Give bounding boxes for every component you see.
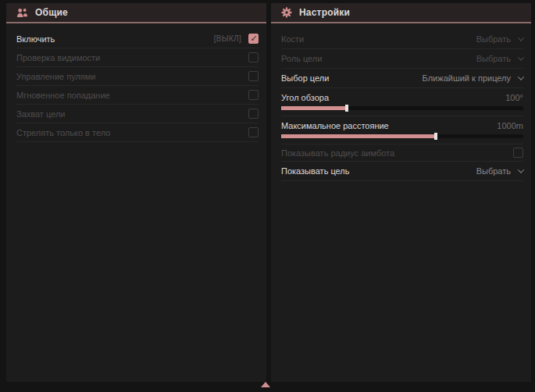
setting-label: Максимальное расстояние <box>281 121 389 130</box>
slider-fill <box>281 106 347 110</box>
setting-row-show-target: Показывать цель Выбрать <box>281 162 523 181</box>
max-distance-value: 1000m <box>497 121 523 130</box>
target-selection-dropdown[interactable]: Ближайший к прицелу <box>423 73 523 83</box>
setting-label: Выбор цели <box>281 73 329 83</box>
bones-dropdown[interactable]: Выбрать <box>476 34 523 44</box>
fov-slider[interactable] <box>281 106 523 110</box>
setting-row-enable[interactable]: Включить [ВЫКЛ] <box>16 30 259 48</box>
triangle-up-icon[interactable] <box>261 382 270 387</box>
settings-panel-header: Настройки <box>271 3 531 23</box>
general-panel-header: Общие <box>6 3 266 23</box>
bullet-control-checkbox[interactable] <box>248 71 259 81</box>
target-lock-checkbox[interactable] <box>248 109 259 119</box>
setting-row-visibility-check[interactable]: Проверка видимости <box>16 48 259 67</box>
gear-icon <box>281 7 292 18</box>
setting-label: Включить <box>16 34 55 44</box>
body-only-checkbox[interactable] <box>248 127 259 137</box>
enable-checkbox[interactable] <box>248 34 259 44</box>
setting-control-group: [ВЫКЛ] <box>214 34 259 44</box>
setting-label: Угол обзора <box>281 93 329 102</box>
show-target-dropdown[interactable]: Выбрать <box>476 166 523 176</box>
setting-row-show-aimbot-radius[interactable]: Показывать радиус аимбота <box>281 144 523 162</box>
setting-row-target-lock[interactable]: Захват цели <box>16 105 259 123</box>
general-rows: Включить [ВЫКЛ] Проверка видимости Управ… <box>6 23 266 142</box>
slider-header: Угол обзора 100° <box>281 91 523 104</box>
target-role-dropdown[interactable]: Выбрать <box>476 54 523 63</box>
visibility-check-checkbox[interactable] <box>248 52 259 62</box>
setting-label: Проверка видимости <box>16 53 100 62</box>
setting-label: Стрелять только в тело <box>16 128 110 137</box>
instant-hit-checkbox[interactable] <box>248 90 259 100</box>
setting-row-instant-hit[interactable]: Мгновенное попадание <box>16 86 259 105</box>
show-aimbot-radius-checkbox[interactable] <box>513 148 523 158</box>
setting-row-target-selection: Выбор цели Ближайший к прицелу <box>281 69 523 88</box>
general-panel: Общие Включить [ВЫКЛ] Проверка видимости… <box>6 3 266 382</box>
setting-label: Захват цели <box>16 109 65 119</box>
dropdown-value: Выбрать <box>476 166 511 176</box>
slider-header: Максимальное расстояние 1000m <box>281 119 523 132</box>
setting-label: Роль цели <box>281 54 322 63</box>
chevron-down-icon <box>518 73 524 80</box>
setting-label: Кости <box>281 34 304 44</box>
setting-row-max-distance: Максимальное расстояние 1000m <box>281 116 523 144</box>
setting-row-target-role: Роль цели Выбрать <box>281 49 523 69</box>
setting-row-bones: Кости Выбрать <box>281 30 523 49</box>
chevron-down-icon <box>518 54 524 60</box>
users-icon <box>16 8 28 18</box>
settings-panel: Настройки Кости Выбрать Роль цели Выбрат… <box>271 3 531 382</box>
general-panel-title: Общие <box>35 7 68 18</box>
setting-label: Управление пулями <box>16 72 96 81</box>
max-distance-slider[interactable] <box>281 134 523 138</box>
dropdown-value: Выбрать <box>476 54 511 63</box>
setting-row-fov: Угол обзора 100° <box>281 88 523 116</box>
setting-label: Показывать радиус аимбота <box>281 148 394 158</box>
setting-row-bullet-control[interactable]: Управление пулями <box>16 67 259 86</box>
fov-value: 100° <box>505 93 523 102</box>
keybind-tag: [ВЫКЛ] <box>214 34 241 43</box>
setting-row-body-only[interactable]: Стрелять только в тело <box>16 123 259 142</box>
settings-panel-title: Настройки <box>299 7 350 18</box>
chevron-down-icon <box>518 166 524 173</box>
slider-fill <box>281 134 436 138</box>
setting-label: Показывать цель <box>281 166 350 176</box>
slider-handle[interactable] <box>434 133 437 140</box>
settings-rows: Кости Выбрать Роль цели Выбрать Выбор це… <box>271 23 531 181</box>
dropdown-value: Ближайший к прицелу <box>423 73 511 83</box>
slider-handle[interactable] <box>345 105 348 112</box>
chevron-down-icon <box>518 34 524 41</box>
setting-label: Мгновенное попадание <box>16 91 110 100</box>
dropdown-value: Выбрать <box>476 34 511 44</box>
